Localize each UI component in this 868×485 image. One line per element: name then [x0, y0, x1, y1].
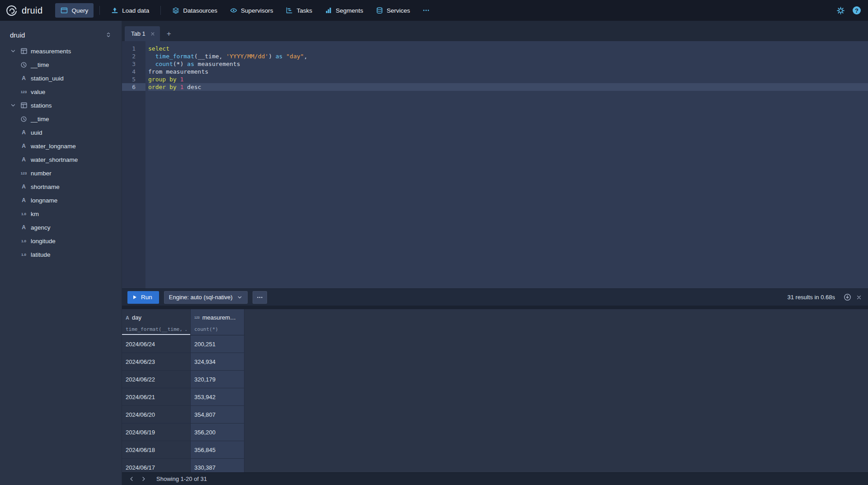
time-column-icon [20, 116, 28, 122]
table-row: 2024/06/17330,387 [122, 459, 868, 472]
tree-column-water_shortname[interactable]: Awater_shortname [0, 153, 122, 166]
tree-label: longitude [31, 238, 56, 245]
nav-item-supervisors[interactable]: Supervisors [225, 3, 278, 18]
tree-table-stations[interactable]: stations [0, 99, 122, 112]
tree-column-station_uuid[interactable]: Astation_uuid [0, 71, 122, 85]
database-icon [376, 7, 383, 14]
pagination-bar: Showing 1-20 of 31 [122, 472, 868, 485]
string-type-icon: A [20, 75, 28, 81]
line-number: 3 [122, 60, 145, 68]
cell-day[interactable]: 2024/06/21 [122, 388, 191, 406]
main-nav: QueryLoad dataDatasourcesSupervisorsTask… [55, 3, 435, 18]
tree-column-agency[interactable]: Aagency [0, 221, 122, 234]
tree-table-measurements[interactable]: measurements [0, 44, 122, 58]
double-caret-vertical-icon [105, 32, 112, 38]
cell-measurements[interactable]: 356,200 [191, 424, 244, 441]
line-number: 5 [122, 75, 145, 83]
schema-selector[interactable]: druid [5, 27, 116, 42]
tree-column-longitude[interactable]: 1.0longitude [0, 234, 122, 248]
prev-page-button[interactable] [126, 474, 137, 485]
cell-measurements[interactable]: 320,179 [191, 371, 244, 388]
cell-measurements[interactable]: 200,251 [191, 335, 244, 353]
caret-down-icon [237, 294, 243, 300]
tree-column-km[interactable]: 1.0km [0, 207, 122, 221]
table-icon [20, 47, 28, 55]
tab-label: Tab 1 [131, 30, 145, 37]
chevron-down-icon [9, 48, 17, 54]
tree-column-__time[interactable]: __time [0, 112, 122, 126]
cell-day[interactable]: 2024/06/18 [122, 441, 191, 459]
column-expression: time_format(__time, … [126, 326, 187, 332]
nav-item-tasks[interactable]: Tasks [280, 3, 318, 18]
tree-column-__time[interactable]: __time [0, 58, 122, 71]
top-navbar: druid QueryLoad dataDatasourcesSuperviso… [0, 0, 868, 21]
code-line: count(*) as measurements [148, 60, 868, 68]
engine-select[interactable]: Engine: auto (sql-native) [164, 291, 248, 304]
tree-column-longname[interactable]: Alongname [0, 193, 122, 207]
cell-day[interactable]: 2024/06/20 [122, 406, 191, 424]
nav-item-label: Supervisors [241, 7, 273, 14]
cell-measurements[interactable]: 324,934 [191, 353, 244, 371]
tab-query-1[interactable]: Tab 1 [125, 26, 160, 41]
cell-measurements[interactable]: 353,942 [191, 388, 244, 406]
navbar-right: ? [837, 6, 861, 14]
close-results-icon[interactable] [856, 295, 862, 300]
query-tab-bar: Tab 1 + [122, 21, 868, 41]
tree-label: km [31, 211, 39, 217]
cell-measurements[interactable]: 356,845 [191, 441, 244, 459]
cell-day[interactable]: 2024/06/17 [122, 459, 191, 472]
nav-item-services[interactable]: Services [371, 3, 416, 18]
cell-day[interactable]: 2024/06/19 [122, 424, 191, 441]
tree-column-value[interactable]: 123value [0, 85, 122, 99]
results-table: A day time_format(__time, … 123 measurem… [122, 309, 868, 472]
query-more-button[interactable] [253, 291, 267, 304]
tree-label: shortname [31, 184, 60, 190]
tree-column-number[interactable]: 123number [0, 166, 122, 180]
sql-editor[interactable]: 123456 select time_format(__time, 'YYYY/… [122, 41, 868, 288]
next-page-button[interactable] [137, 474, 149, 485]
help-icon[interactable]: ? [853, 6, 861, 14]
code-line: group by 1 [148, 75, 868, 83]
code-line: select [148, 45, 868, 52]
cell-day[interactable]: 2024/06/22 [122, 371, 191, 388]
tree-label: station_uuid [31, 75, 64, 82]
tree-column-latitude[interactable]: 1.0latitude [0, 248, 122, 261]
cell-day[interactable]: 2024/06/23 [122, 353, 191, 371]
column-header-measurements[interactable]: 123 measurem… count(*) [191, 309, 244, 335]
table-row: 2024/06/20354,807 [122, 406, 868, 424]
tree-column-shortname[interactable]: Ashortname [0, 180, 122, 193]
column-header-day[interactable]: A day time_format(__time, … [122, 309, 191, 335]
nav-item-label: Load data [122, 7, 149, 14]
nav-item-query[interactable]: Query [55, 3, 94, 18]
editor-code: select time_format(__time, 'YYYY/MM/dd')… [145, 41, 868, 288]
cell-day[interactable]: 2024/06/24 [122, 335, 191, 353]
time-column-icon [20, 61, 28, 68]
nav-item-datasources[interactable]: Datasources [167, 3, 223, 18]
schema-name: druid [10, 31, 25, 39]
tree-label: latitude [31, 251, 51, 258]
string-type-icon: A [20, 143, 28, 149]
brand[interactable]: druid [5, 5, 42, 17]
nav-item-label: Services [387, 7, 410, 14]
download-results-icon[interactable] [844, 293, 851, 301]
nav-item-more[interactable] [417, 3, 435, 18]
string-type-icon: A [20, 224, 28, 231]
results-header: A day time_format(__time, … 123 measurem… [122, 309, 868, 335]
cell-measurements[interactable]: 330,387 [191, 459, 244, 472]
play-icon [132, 295, 137, 300]
run-button[interactable]: Run [127, 291, 159, 304]
pagination-label: Showing 1-20 of 31 [156, 476, 207, 482]
nav-item-load-data[interactable]: Load data [106, 3, 155, 18]
float-type-icon: 1.0 [20, 239, 28, 243]
tab-close-icon[interactable] [150, 32, 155, 36]
cell-measurements[interactable]: 354,807 [191, 406, 244, 424]
engine-select-label: Engine: auto (sql-native) [169, 294, 233, 301]
tree-column-uuid[interactable]: Auuid [0, 126, 122, 139]
nav-item-label: Tasks [296, 7, 312, 14]
tree-column-water_longname[interactable]: Awater_longname [0, 139, 122, 153]
new-tab-button[interactable]: + [160, 26, 178, 41]
settings-gear-icon[interactable] [837, 7, 845, 14]
nav-item-segments[interactable]: Segments [319, 3, 369, 18]
tree-label: __time [31, 61, 49, 68]
table-row: 2024/06/23324,934 [122, 353, 868, 371]
